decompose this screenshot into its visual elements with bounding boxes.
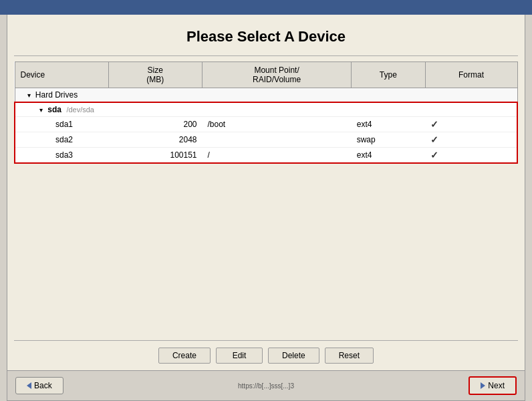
- sda2-mount: [203, 132, 352, 148]
- col-format: Format: [425, 62, 517, 88]
- col-size: Size(MB): [108, 62, 203, 88]
- back-label: Back: [34, 381, 52, 390]
- reset-button[interactable]: Reset: [325, 348, 374, 364]
- back-arrow-icon: [27, 382, 31, 389]
- sda2-name: sda2: [15, 132, 108, 148]
- partition-sda1-row[interactable]: sda1 200 /boot ext4 ✓: [15, 117, 517, 132]
- sda3-mount: /: [203, 148, 352, 164]
- device-sda-row[interactable]: ▾ sda /dev/sda: [15, 102, 517, 117]
- chevron-down-icon: ▾: [27, 92, 31, 99]
- chevron-down-icon-sda: ▾: [39, 106, 43, 114]
- sda2-format: ✓: [425, 132, 517, 148]
- title-section: Please Select A Device: [7, 15, 525, 55]
- sda1-mount: /boot: [203, 117, 352, 132]
- col-mount: Mount Point/RAID/Volume: [203, 62, 352, 88]
- top-bar: [0, 0, 532, 15]
- col-type: Type: [352, 62, 425, 88]
- url-text: https://b[...]sss[...]3: [63, 382, 469, 390]
- device-sda-name: sda: [47, 105, 61, 114]
- next-button[interactable]: Next: [469, 376, 517, 395]
- nav-buttons: Back https://b[...]sss[...]3 Next: [7, 370, 525, 400]
- partition-sda2-row[interactable]: sda2 2048 swap ✓: [15, 132, 517, 148]
- sda3-type: ext4: [352, 148, 425, 164]
- sda1-format: ✓: [425, 117, 517, 132]
- back-button[interactable]: Back: [15, 377, 63, 394]
- sda1-size: 200: [108, 117, 203, 132]
- main-window: Please Select A Device Device Size(MB) M…: [7, 15, 525, 401]
- sda3-format: ✓: [425, 148, 517, 164]
- group-label: Hard Drives: [35, 90, 78, 100]
- action-buttons: Create Edit Delete Reset: [7, 341, 525, 370]
- delete-button[interactable]: Delete: [268, 348, 319, 364]
- edit-button[interactable]: Edit: [216, 348, 263, 364]
- page-title: Please Select A Device: [7, 28, 525, 45]
- next-label: Next: [488, 381, 505, 390]
- col-device: Device: [15, 62, 108, 88]
- device-sda-path: /dev/sda: [66, 106, 94, 114]
- sda1-name: sda1: [15, 117, 108, 132]
- create-button[interactable]: Create: [158, 348, 211, 364]
- sda2-size: 2048: [108, 132, 203, 148]
- device-table: Device Size(MB) Mount Point/RAID/Volume …: [14, 61, 518, 164]
- partition-sda3-row[interactable]: sda3 100151 / ext4 ✓: [15, 148, 517, 164]
- group-hard-drives[interactable]: ▾ Hard Drives: [15, 88, 517, 103]
- sda2-type: swap: [352, 132, 425, 148]
- next-arrow-icon: [481, 382, 485, 389]
- sda3-name: sda3: [15, 148, 108, 164]
- sda1-type: ext4: [352, 117, 425, 132]
- table-area: Device Size(MB) Mount Point/RAID/Volume …: [7, 56, 525, 340]
- sda3-size: 100151: [108, 148, 203, 164]
